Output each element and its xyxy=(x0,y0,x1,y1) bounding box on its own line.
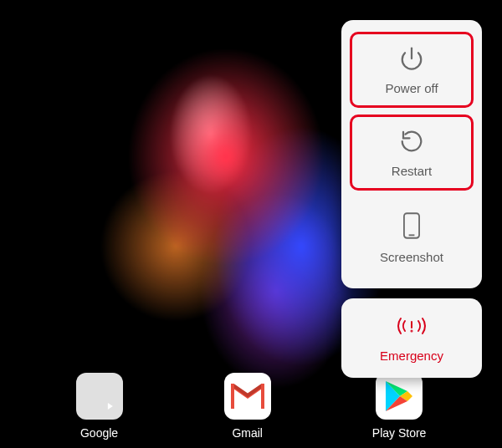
power-off-button[interactable]: Power off xyxy=(350,32,474,108)
app-label: Google xyxy=(80,426,118,440)
restart-label: Restart xyxy=(392,164,432,178)
svg-rect-4 xyxy=(404,213,419,237)
app-label: Gmail xyxy=(232,426,263,440)
svg-rect-2 xyxy=(261,384,264,409)
dock: Google Gmail Play Store xyxy=(0,373,502,440)
screenshot-button[interactable]: Screenshot xyxy=(350,197,474,277)
play-store-icon xyxy=(376,373,423,420)
app-gmail[interactable]: Gmail xyxy=(224,373,271,440)
power-menu: Power off Restart Screenshot xyxy=(341,20,482,378)
emergency-button[interactable]: Emergency xyxy=(341,298,482,378)
power-off-label: Power off xyxy=(385,81,438,95)
restart-icon xyxy=(399,129,424,157)
svg-point-7 xyxy=(412,331,412,332)
power-icon xyxy=(399,46,424,74)
gmail-icon xyxy=(224,373,271,420)
app-play-store[interactable]: Play Store xyxy=(372,373,427,440)
emergency-label: Emergency xyxy=(380,349,443,363)
screenshot-icon xyxy=(401,211,423,243)
svg-rect-1 xyxy=(231,384,234,409)
app-google-folder[interactable]: Google xyxy=(76,373,123,440)
screenshot-label: Screenshot xyxy=(380,250,443,264)
emergency-icon xyxy=(397,315,426,340)
google-folder-icon xyxy=(76,373,123,420)
power-menu-main-panel: Power off Restart Screenshot xyxy=(341,20,482,288)
app-label: Play Store xyxy=(372,426,427,440)
restart-button[interactable]: Restart xyxy=(350,115,474,191)
